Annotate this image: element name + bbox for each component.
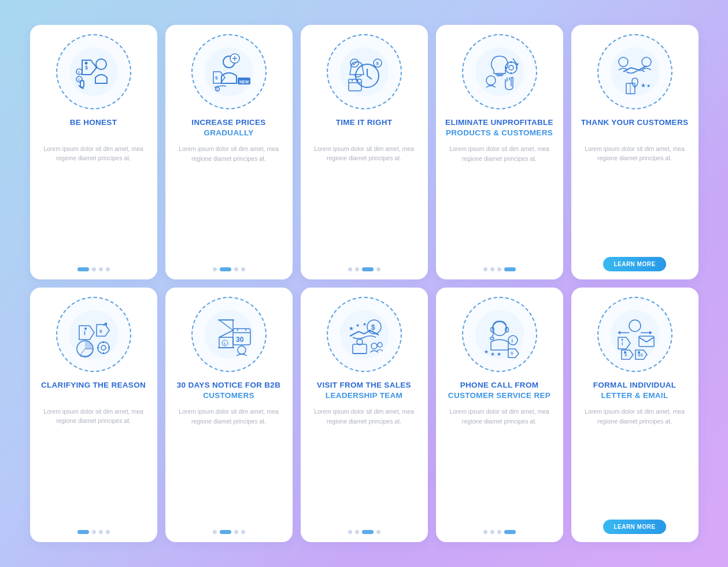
svg-text:$: $: [371, 323, 375, 332]
card-formal-letter: i $ $$ FORMAL INDIVIDUAL LETTER & EMAIL …: [571, 288, 699, 542]
dot: [362, 530, 374, 534]
card-grid: $ $ $ BE HONEST Lorem ipsum dolor sit di…: [19, 13, 710, 554]
dot: [497, 530, 501, 534]
dot: [497, 267, 501, 271]
card-icon-30-days-notice: 30 $: [191, 297, 267, 372]
card-30-days-notice: 30 $ 30 DAYS NOTICE FOR B2B CUSTOMERS Lo…: [165, 288, 293, 542]
svg-text:★: ★: [490, 351, 495, 357]
svg-point-97: [611, 310, 659, 359]
dot: [213, 267, 217, 271]
svg-text:$: $: [85, 65, 88, 71]
dot: [213, 530, 217, 534]
card-icon-visit-sales: ★ ★ ★ $: [327, 297, 402, 372]
learn-more-button-formal-letter[interactable]: LEARN MORE: [603, 520, 666, 534]
card-visit-sales: ★ ★ ★ $ VISIT FROM THE SALES LEADERSHIP …: [301, 288, 428, 542]
dot: [77, 267, 89, 271]
svg-point-104: [621, 339, 623, 341]
dot: [376, 267, 380, 271]
card-phone-call: ★ ★ ★ i $ PHONE CALL FROM CUSTOMER SERVI…: [436, 288, 563, 542]
svg-text:i: i: [511, 338, 513, 344]
card-icon-be-honest: $ $ $: [56, 34, 131, 109]
dot: [99, 267, 103, 271]
dot: [234, 267, 238, 271]
dot: [220, 530, 231, 534]
dot: [234, 530, 238, 534]
dot: [362, 267, 374, 271]
card-dots-time-it-right: [348, 267, 380, 271]
svg-text:NEW: NEW: [239, 80, 249, 84]
dot: [355, 267, 359, 271]
card-eliminate-unprofitable: ELIMINATE UNPROFITABLE PRODUCTS & CUSTOM…: [436, 25, 563, 279]
svg-text:★: ★: [349, 325, 354, 332]
dot: [106, 530, 110, 534]
card-dots-be-honest: [77, 267, 110, 271]
card-title-visit-sales: VISIT FROM THE SALES LEADERSHIP TEAM: [309, 380, 420, 401]
svg-point-107: [624, 351, 626, 354]
dot: [504, 267, 516, 271]
svg-text:★: ★: [646, 83, 651, 89]
svg-text:i: i: [622, 341, 623, 347]
svg-point-51: [69, 310, 118, 359]
svg-text:$: $: [511, 351, 513, 356]
card-body-time-it-right: Lorem ipsum dolor sit dim amet, mea regi…: [309, 144, 420, 262]
dot: [348, 530, 352, 534]
card-clarifying-reason: i $ CLARIFYING THE REASON Lo: [30, 288, 157, 542]
svg-text:★: ★: [641, 82, 646, 89]
card-title-eliminate-unprofitable: ELIMINATE UNPROFITABLE PRODUCTS & CUSTOM…: [444, 117, 555, 138]
dot: [483, 530, 487, 534]
dot: [92, 530, 96, 534]
svg-text:$: $: [376, 61, 379, 66]
svg-point-3: [84, 62, 87, 65]
card-dots-30-days-notice: [213, 530, 245, 534]
card-body-clarifying-reason: Lorem ipsum dolor sit dim amet, mea regi…: [38, 407, 149, 524]
dot: [348, 267, 352, 271]
card-title-phone-call: PHONE CALL FROM CUSTOMER SERVICE REP: [444, 380, 555, 401]
card-title-30-days-notice: 30 DAYS NOTICE FOR B2B CUSTOMERS: [173, 380, 284, 401]
card-body-eliminate-unprofitable: Lorem ipsum dolor sit dim amet, mea regi…: [444, 144, 555, 262]
card-time-it-right: $ TIME IT RIGHT Lorem ipsum dolor sit di…: [301, 25, 428, 279]
svg-text:30: 30: [236, 336, 244, 344]
card-body-increase-prices: Lorem ipsum dolor sit dim amet, mea regi…: [173, 144, 284, 262]
dot: [241, 530, 245, 534]
card-icon-eliminate-unprofitable: [462, 34, 537, 109]
svg-text:★: ★: [356, 323, 360, 328]
svg-point-19: [340, 47, 389, 96]
svg-text:★: ★: [497, 351, 501, 357]
card-body-thank-customers: Lorem ipsum dolor sit dim amet, mea regi…: [579, 144, 690, 251]
card-icon-thank-customers: ★ ★: [597, 34, 672, 109]
card-title-thank-customers: THANK YOUR CUSTOMERS: [581, 117, 689, 138]
dot: [504, 530, 516, 534]
card-title-time-it-right: TIME IT RIGHT: [336, 117, 393, 138]
card-body-be-honest: Lorem ipsum dolor sit dim amet, mea regi…: [38, 144, 149, 262]
dot: [376, 530, 380, 534]
dot: [483, 267, 487, 271]
dot: [490, 267, 494, 271]
dot: [355, 530, 359, 534]
dot: [77, 530, 89, 534]
svg-text:i: i: [84, 329, 86, 336]
card-title-formal-letter: FORMAL INDIVIDUAL LETTER & EMAIL: [579, 380, 690, 401]
learn-more-button-thank-customers[interactable]: LEARN MORE: [603, 257, 666, 271]
svg-point-53: [84, 327, 87, 330]
dot: [92, 267, 96, 271]
card-title-clarifying-reason: CLARIFYING THE REASON: [41, 380, 146, 401]
card-dots-eliminate-unprofitable: [483, 267, 516, 271]
dot: [241, 267, 245, 271]
dot: [99, 530, 103, 534]
svg-point-9: [205, 47, 253, 96]
svg-point-64: [205, 310, 253, 359]
card-body-formal-letter: Lorem ipsum dolor sit dim amet, mea regi…: [579, 407, 690, 514]
card-body-visit-sales: Lorem ipsum dolor sit dim amet, mea regi…: [309, 407, 420, 524]
card-icon-clarifying-reason: i $: [56, 297, 131, 372]
svg-text:★: ★: [363, 322, 367, 327]
card-dots-visit-sales: [348, 530, 380, 534]
card-thank-customers: ★ ★ THANK YOUR CUSTOMERS Lorem ipsum dol…: [571, 25, 699, 279]
card-be-honest: $ $ $ BE HONEST Lorem ipsum dolor sit di…: [30, 25, 157, 279]
card-dots-increase-prices: [213, 267, 245, 271]
card-body-phone-call: Lorem ipsum dolor sit dim amet, mea regi…: [444, 407, 555, 524]
card-icon-formal-letter: i $ $$: [597, 297, 672, 372]
card-increase-prices: $ NEW $ INCREASE PRICES GRADUALLY Lorem …: [165, 25, 293, 279]
svg-point-30: [475, 47, 524, 96]
svg-text:★: ★: [484, 349, 489, 355]
card-body-30-days-notice: Lorem ipsum dolor sit dim amet, mea regi…: [173, 407, 284, 524]
